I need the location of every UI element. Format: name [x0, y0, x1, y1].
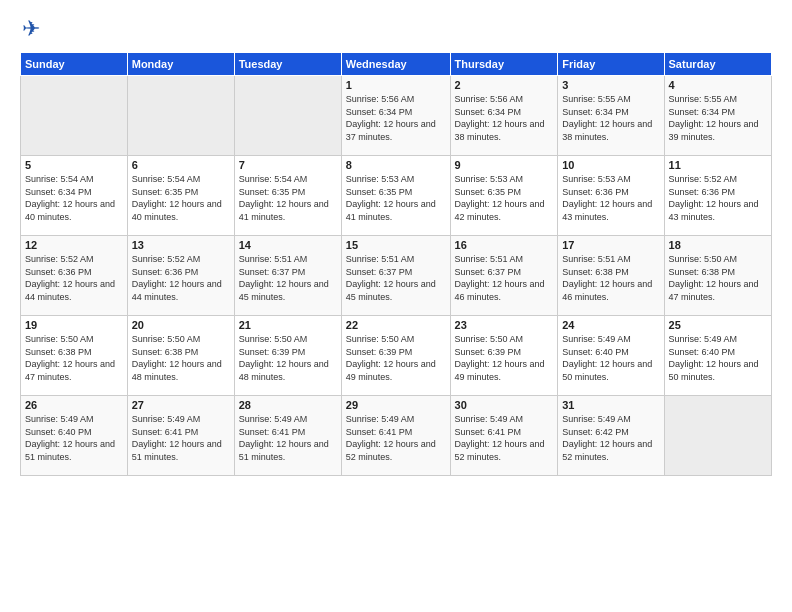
calendar-day-cell: 19Sunrise: 5:50 AMSunset: 6:38 PMDayligh…: [21, 316, 128, 396]
calendar-body: 1Sunrise: 5:56 AMSunset: 6:34 PMDaylight…: [21, 76, 772, 476]
day-number: 1: [346, 79, 446, 91]
day-info: Sunrise: 5:53 AMSunset: 6:36 PMDaylight:…: [562, 173, 659, 223]
day-info: Sunrise: 5:50 AMSunset: 6:38 PMDaylight:…: [669, 253, 767, 303]
day-info: Sunrise: 5:54 AMSunset: 6:35 PMDaylight:…: [132, 173, 230, 223]
day-number: 15: [346, 239, 446, 251]
weekday-header-cell: Friday: [558, 53, 664, 76]
calendar-day-cell: 22Sunrise: 5:50 AMSunset: 6:39 PMDayligh…: [341, 316, 450, 396]
calendar-day-cell: 3Sunrise: 5:55 AMSunset: 6:34 PMDaylight…: [558, 76, 664, 156]
calendar-week-row: 5Sunrise: 5:54 AMSunset: 6:34 PMDaylight…: [21, 156, 772, 236]
day-info: Sunrise: 5:52 AMSunset: 6:36 PMDaylight:…: [132, 253, 230, 303]
weekday-header-cell: Saturday: [664, 53, 771, 76]
calendar-day-cell: 2Sunrise: 5:56 AMSunset: 6:34 PMDaylight…: [450, 76, 558, 156]
day-info: Sunrise: 5:56 AMSunset: 6:34 PMDaylight:…: [455, 93, 554, 143]
day-info: Sunrise: 5:50 AMSunset: 6:39 PMDaylight:…: [239, 333, 337, 383]
day-number: 25: [669, 319, 767, 331]
day-number: 30: [455, 399, 554, 411]
calendar-day-cell: [664, 396, 771, 476]
day-info: Sunrise: 5:49 AMSunset: 6:41 PMDaylight:…: [346, 413, 446, 463]
day-info: Sunrise: 5:49 AMSunset: 6:40 PMDaylight:…: [669, 333, 767, 383]
logo: ✈: [20, 16, 40, 42]
day-info: Sunrise: 5:50 AMSunset: 6:38 PMDaylight:…: [25, 333, 123, 383]
calendar-day-cell: [127, 76, 234, 156]
calendar-day-cell: 9Sunrise: 5:53 AMSunset: 6:35 PMDaylight…: [450, 156, 558, 236]
day-info: Sunrise: 5:50 AMSunset: 6:39 PMDaylight:…: [455, 333, 554, 383]
calendar-day-cell: 14Sunrise: 5:51 AMSunset: 6:37 PMDayligh…: [234, 236, 341, 316]
day-info: Sunrise: 5:49 AMSunset: 6:40 PMDaylight:…: [562, 333, 659, 383]
day-number: 19: [25, 319, 123, 331]
calendar-day-cell: 26Sunrise: 5:49 AMSunset: 6:40 PMDayligh…: [21, 396, 128, 476]
day-info: Sunrise: 5:55 AMSunset: 6:34 PMDaylight:…: [562, 93, 659, 143]
day-info: Sunrise: 5:51 AMSunset: 6:38 PMDaylight:…: [562, 253, 659, 303]
day-number: 20: [132, 319, 230, 331]
day-number: 16: [455, 239, 554, 251]
calendar-day-cell: 31Sunrise: 5:49 AMSunset: 6:42 PMDayligh…: [558, 396, 664, 476]
calendar-day-cell: 1Sunrise: 5:56 AMSunset: 6:34 PMDaylight…: [341, 76, 450, 156]
day-number: 8: [346, 159, 446, 171]
day-info: Sunrise: 5:49 AMSunset: 6:41 PMDaylight:…: [239, 413, 337, 463]
weekday-header-cell: Monday: [127, 53, 234, 76]
calendar-day-cell: 7Sunrise: 5:54 AMSunset: 6:35 PMDaylight…: [234, 156, 341, 236]
calendar-day-cell: 10Sunrise: 5:53 AMSunset: 6:36 PMDayligh…: [558, 156, 664, 236]
calendar-day-cell: 8Sunrise: 5:53 AMSunset: 6:35 PMDaylight…: [341, 156, 450, 236]
day-info: Sunrise: 5:56 AMSunset: 6:34 PMDaylight:…: [346, 93, 446, 143]
weekday-header-cell: Sunday: [21, 53, 128, 76]
day-number: 11: [669, 159, 767, 171]
calendar-day-cell: 21Sunrise: 5:50 AMSunset: 6:39 PMDayligh…: [234, 316, 341, 396]
calendar-day-cell: 4Sunrise: 5:55 AMSunset: 6:34 PMDaylight…: [664, 76, 771, 156]
day-number: 4: [669, 79, 767, 91]
calendar-day-cell: 5Sunrise: 5:54 AMSunset: 6:34 PMDaylight…: [21, 156, 128, 236]
weekday-header-cell: Thursday: [450, 53, 558, 76]
page: ✈ SundayMondayTuesdayWednesdayThursdayFr…: [0, 0, 792, 612]
calendar-day-cell: 28Sunrise: 5:49 AMSunset: 6:41 PMDayligh…: [234, 396, 341, 476]
day-info: Sunrise: 5:51 AMSunset: 6:37 PMDaylight:…: [346, 253, 446, 303]
calendar-day-cell: 13Sunrise: 5:52 AMSunset: 6:36 PMDayligh…: [127, 236, 234, 316]
day-info: Sunrise: 5:54 AMSunset: 6:34 PMDaylight:…: [25, 173, 123, 223]
day-number: 26: [25, 399, 123, 411]
day-info: Sunrise: 5:51 AMSunset: 6:37 PMDaylight:…: [455, 253, 554, 303]
day-number: 21: [239, 319, 337, 331]
calendar-day-cell: [21, 76, 128, 156]
day-number: 22: [346, 319, 446, 331]
calendar-day-cell: [234, 76, 341, 156]
day-info: Sunrise: 5:53 AMSunset: 6:35 PMDaylight:…: [455, 173, 554, 223]
day-number: 6: [132, 159, 230, 171]
day-info: Sunrise: 5:50 AMSunset: 6:38 PMDaylight:…: [132, 333, 230, 383]
calendar-day-cell: 20Sunrise: 5:50 AMSunset: 6:38 PMDayligh…: [127, 316, 234, 396]
day-number: 24: [562, 319, 659, 331]
calendar-day-cell: 15Sunrise: 5:51 AMSunset: 6:37 PMDayligh…: [341, 236, 450, 316]
day-number: 17: [562, 239, 659, 251]
calendar-week-row: 26Sunrise: 5:49 AMSunset: 6:40 PMDayligh…: [21, 396, 772, 476]
day-info: Sunrise: 5:54 AMSunset: 6:35 PMDaylight:…: [239, 173, 337, 223]
weekday-header-cell: Wednesday: [341, 53, 450, 76]
calendar-day-cell: 17Sunrise: 5:51 AMSunset: 6:38 PMDayligh…: [558, 236, 664, 316]
calendar-day-cell: 11Sunrise: 5:52 AMSunset: 6:36 PMDayligh…: [664, 156, 771, 236]
day-info: Sunrise: 5:52 AMSunset: 6:36 PMDaylight:…: [25, 253, 123, 303]
logo-bird-icon: ✈: [22, 16, 40, 42]
calendar-table: SundayMondayTuesdayWednesdayThursdayFrid…: [20, 52, 772, 476]
day-info: Sunrise: 5:53 AMSunset: 6:35 PMDaylight:…: [346, 173, 446, 223]
weekday-header-cell: Tuesday: [234, 53, 341, 76]
calendar-day-cell: 18Sunrise: 5:50 AMSunset: 6:38 PMDayligh…: [664, 236, 771, 316]
day-number: 29: [346, 399, 446, 411]
day-info: Sunrise: 5:51 AMSunset: 6:37 PMDaylight:…: [239, 253, 337, 303]
calendar-day-cell: 23Sunrise: 5:50 AMSunset: 6:39 PMDayligh…: [450, 316, 558, 396]
calendar-day-cell: 25Sunrise: 5:49 AMSunset: 6:40 PMDayligh…: [664, 316, 771, 396]
calendar-day-cell: 24Sunrise: 5:49 AMSunset: 6:40 PMDayligh…: [558, 316, 664, 396]
day-number: 5: [25, 159, 123, 171]
header: ✈: [20, 16, 772, 42]
day-number: 27: [132, 399, 230, 411]
day-number: 13: [132, 239, 230, 251]
day-info: Sunrise: 5:50 AMSunset: 6:39 PMDaylight:…: [346, 333, 446, 383]
day-number: 3: [562, 79, 659, 91]
day-info: Sunrise: 5:49 AMSunset: 6:41 PMDaylight:…: [132, 413, 230, 463]
day-info: Sunrise: 5:52 AMSunset: 6:36 PMDaylight:…: [669, 173, 767, 223]
calendar-day-cell: 12Sunrise: 5:52 AMSunset: 6:36 PMDayligh…: [21, 236, 128, 316]
day-number: 28: [239, 399, 337, 411]
calendar-week-row: 19Sunrise: 5:50 AMSunset: 6:38 PMDayligh…: [21, 316, 772, 396]
day-number: 31: [562, 399, 659, 411]
day-number: 18: [669, 239, 767, 251]
day-number: 23: [455, 319, 554, 331]
calendar-day-cell: 16Sunrise: 5:51 AMSunset: 6:37 PMDayligh…: [450, 236, 558, 316]
calendar-day-cell: 30Sunrise: 5:49 AMSunset: 6:41 PMDayligh…: [450, 396, 558, 476]
